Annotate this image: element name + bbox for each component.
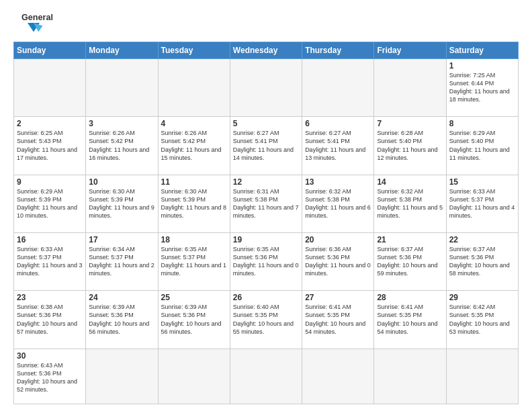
day-number: 14 [377,177,443,187]
day-info: Sunrise: 6:35 AM Sunset: 5:37 PM Dayligh… [161,245,227,278]
calendar-cell-5-6 [446,349,518,404]
calendar-cell-1-1: 3Sunrise: 6:26 AM Sunset: 5:42 PM Daylig… [86,117,158,175]
week-row-6: 30Sunrise: 6:43 AM Sunset: 5:36 PM Dayli… [14,349,519,404]
col-header-friday: Friday [374,42,446,59]
day-number: 21 [377,235,443,244]
day-number: 5 [233,119,299,128]
day-number: 22 [449,235,515,244]
calendar-cell-4-6: 29Sunrise: 6:42 AM Sunset: 5:35 PM Dayli… [446,291,518,349]
calendar-cell-0-5 [374,59,446,117]
day-info: Sunrise: 6:42 AM Sunset: 5:35 PM Dayligh… [449,303,515,336]
day-number: 24 [89,293,154,302]
calendar-cell-1-0: 2Sunrise: 6:25 AM Sunset: 5:43 PM Daylig… [14,117,86,175]
day-number: 1 [449,61,515,71]
day-info: Sunrise: 6:35 AM Sunset: 5:36 PM Dayligh… [233,245,299,278]
week-row-1: 1Sunrise: 7:25 AM Sunset: 6:44 PM Daylig… [14,59,519,117]
calendar-cell-5-3 [230,349,302,404]
col-header-saturday: Saturday [446,42,518,59]
day-number: 30 [17,351,83,361]
day-number: 27 [305,293,371,302]
day-info: Sunrise: 6:32 AM Sunset: 5:38 PM Dayligh… [377,187,443,220]
calendar-cell-1-3: 5Sunrise: 6:27 AM Sunset: 5:41 PM Daylig… [230,117,302,175]
day-info: Sunrise: 6:27 AM Sunset: 5:41 PM Dayligh… [233,129,299,162]
col-header-thursday: Thursday [302,42,374,59]
calendar-cell-4-5: 28Sunrise: 6:41 AM Sunset: 5:35 PM Dayli… [374,291,446,349]
page: General SundayMondayTuesdayWednesdayThur… [0,0,532,411]
day-info: Sunrise: 6:40 AM Sunset: 5:35 PM Dayligh… [233,303,299,336]
day-info: Sunrise: 6:39 AM Sunset: 5:36 PM Dayligh… [161,303,227,336]
day-number: 9 [17,177,83,187]
day-info: Sunrise: 6:33 AM Sunset: 5:37 PM Dayligh… [449,187,515,220]
day-number: 10 [89,177,154,187]
day-info: Sunrise: 6:41 AM Sunset: 5:35 PM Dayligh… [305,303,371,336]
calendar-cell-3-2: 18Sunrise: 6:35 AM Sunset: 5:37 PM Dayli… [158,232,230,290]
day-info: Sunrise: 7:25 AM Sunset: 6:44 PM Dayligh… [449,71,515,104]
day-number: 16 [17,235,83,244]
day-number: 17 [89,235,154,244]
svg-text:General: General [21,13,53,22]
week-row-3: 9Sunrise: 6:29 AM Sunset: 5:39 PM Daylig… [14,175,519,232]
week-row-2: 2Sunrise: 6:25 AM Sunset: 5:43 PM Daylig… [14,117,519,175]
calendar-table: SundayMondayTuesdayWednesdayThursdayFrid… [13,42,519,404]
calendar-cell-5-4 [302,349,374,404]
day-number: 25 [161,293,227,302]
col-header-sunday: Sunday [14,42,86,59]
calendar-cell-4-4: 27Sunrise: 6:41 AM Sunset: 5:35 PM Dayli… [302,291,374,349]
day-number: 28 [377,293,443,302]
day-info: Sunrise: 6:43 AM Sunset: 5:36 PM Dayligh… [17,361,83,394]
week-row-5: 23Sunrise: 6:38 AM Sunset: 5:36 PM Dayli… [14,291,519,349]
calendar-cell-3-1: 17Sunrise: 6:34 AM Sunset: 5:37 PM Dayli… [86,232,158,290]
calendar-cell-2-3: 12Sunrise: 6:31 AM Sunset: 5:38 PM Dayli… [230,175,302,232]
day-info: Sunrise: 6:37 AM Sunset: 5:36 PM Dayligh… [449,245,515,278]
day-info: Sunrise: 6:29 AM Sunset: 5:40 PM Dayligh… [449,129,515,162]
calendar-cell-1-6: 8Sunrise: 6:29 AM Sunset: 5:40 PM Daylig… [446,117,518,175]
day-info: Sunrise: 6:30 AM Sunset: 5:39 PM Dayligh… [161,187,227,220]
day-number: 11 [161,177,227,187]
calendar-cell-4-3: 26Sunrise: 6:40 AM Sunset: 5:35 PM Dayli… [230,291,302,349]
col-header-wednesday: Wednesday [230,42,302,59]
day-info: Sunrise: 6:39 AM Sunset: 5:36 PM Dayligh… [89,303,154,336]
day-number: 2 [17,119,83,128]
calendar-cell-4-0: 23Sunrise: 6:38 AM Sunset: 5:36 PM Dayli… [14,291,86,349]
day-number: 12 [233,177,299,187]
calendar-cell-2-6: 15Sunrise: 6:33 AM Sunset: 5:37 PM Dayli… [446,175,518,232]
day-info: Sunrise: 6:32 AM Sunset: 5:38 PM Dayligh… [305,187,371,220]
calendar-cell-2-5: 14Sunrise: 6:32 AM Sunset: 5:38 PM Dayli… [374,175,446,232]
day-info: Sunrise: 6:34 AM Sunset: 5:37 PM Dayligh… [89,245,154,278]
col-header-tuesday: Tuesday [158,42,230,59]
day-number: 29 [449,293,515,302]
day-number: 26 [233,293,299,302]
day-info: Sunrise: 6:27 AM Sunset: 5:41 PM Dayligh… [305,129,371,162]
calendar-cell-4-2: 25Sunrise: 6:39 AM Sunset: 5:36 PM Dayli… [158,291,230,349]
calendar-cell-3-4: 20Sunrise: 6:36 AM Sunset: 5:36 PM Dayli… [302,232,374,290]
day-info: Sunrise: 6:29 AM Sunset: 5:39 PM Dayligh… [17,187,83,220]
day-number: 4 [161,119,227,128]
day-info: Sunrise: 6:33 AM Sunset: 5:37 PM Dayligh… [17,245,83,278]
day-info: Sunrise: 6:30 AM Sunset: 5:39 PM Dayligh… [89,187,154,220]
calendar-cell-3-3: 19Sunrise: 6:35 AM Sunset: 5:36 PM Dayli… [230,232,302,290]
calendar-cell-3-6: 22Sunrise: 6:37 AM Sunset: 5:36 PM Dayli… [446,232,518,290]
day-number: 15 [449,177,515,187]
calendar-cell-3-0: 16Sunrise: 6:33 AM Sunset: 5:37 PM Dayli… [14,232,86,290]
calendar-cell-0-3 [230,59,302,117]
day-number: 20 [305,235,371,244]
day-info: Sunrise: 6:26 AM Sunset: 5:42 PM Dayligh… [161,129,227,162]
day-info: Sunrise: 6:26 AM Sunset: 5:42 PM Dayligh… [89,129,154,162]
calendar-cell-2-2: 11Sunrise: 6:30 AM Sunset: 5:39 PM Dayli… [158,175,230,232]
calendar-cell-1-5: 7Sunrise: 6:28 AM Sunset: 5:40 PM Daylig… [374,117,446,175]
day-info: Sunrise: 6:36 AM Sunset: 5:36 PM Dayligh… [305,245,371,278]
calendar-cell-2-0: 9Sunrise: 6:29 AM Sunset: 5:39 PM Daylig… [14,175,86,232]
day-number: 13 [305,177,371,187]
day-number: 3 [89,119,154,128]
day-info: Sunrise: 6:31 AM Sunset: 5:38 PM Dayligh… [233,187,299,220]
header-row: SundayMondayTuesdayWednesdayThursdayFrid… [14,42,519,59]
calendar-cell-4-1: 24Sunrise: 6:39 AM Sunset: 5:36 PM Dayli… [86,291,158,349]
calendar-cell-5-0: 30Sunrise: 6:43 AM Sunset: 5:36 PM Dayli… [14,349,86,404]
day-number: 23 [17,293,83,302]
calendar-cell-5-2 [158,349,230,404]
week-row-4: 16Sunrise: 6:33 AM Sunset: 5:37 PM Dayli… [14,232,519,290]
calendar-cell-0-4 [302,59,374,117]
calendar-cell-0-6: 1Sunrise: 7:25 AM Sunset: 6:44 PM Daylig… [446,59,518,117]
calendar-cell-0-1 [86,59,158,117]
calendar-cell-3-5: 21Sunrise: 6:37 AM Sunset: 5:36 PM Dayli… [374,232,446,290]
